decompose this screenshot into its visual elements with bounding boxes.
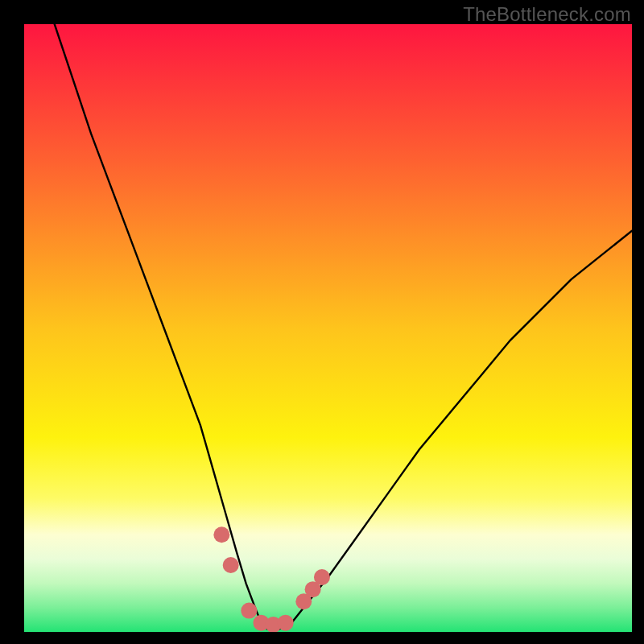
data-marker — [223, 557, 239, 573]
gradient-background — [24, 24, 632, 632]
data-marker — [213, 526, 229, 543]
watermark-text: TheBottleneck.com — [463, 3, 631, 26]
plot-svg — [24, 24, 632, 632]
plot-area — [24, 24, 632, 632]
data-marker — [241, 603, 257, 619]
data-marker — [278, 615, 294, 631]
chart-frame: TheBottleneck.com — [0, 0, 644, 644]
data-marker — [314, 569, 330, 585]
